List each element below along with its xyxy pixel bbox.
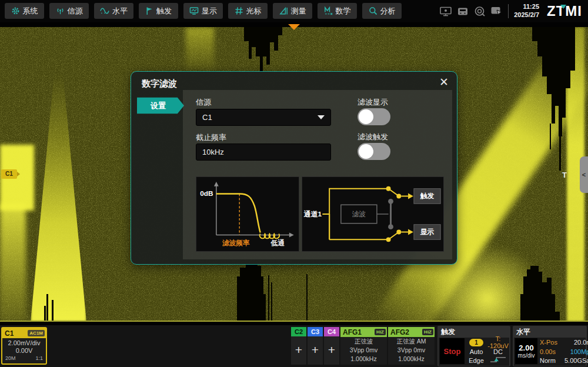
bottom-status-bar: C1 AC1M 2.00mV/div 0.00V 20M 1:1 C2 + C3… <box>0 325 588 367</box>
menu-button-horizontal[interactable]: 水平 <box>94 3 133 19</box>
db-label: 0dB <box>200 189 213 198</box>
afg2-header: AFG2 HiZ <box>388 327 435 337</box>
memory-points: 100Mpts <box>564 348 588 355</box>
xpos-value: 20.0ms <box>564 339 588 346</box>
side-panel-handle[interactable]: < <box>580 156 588 193</box>
touch-assist-icon[interactable] <box>474 6 485 16</box>
afg1-box[interactable]: AFG1 HiZ 正弦波 3Vpp 0mv 1.000kHz <box>340 327 387 365</box>
source-value: C1 <box>202 113 212 122</box>
edge-trigger-icon <box>489 356 507 363</box>
channel3-box[interactable]: C3 + <box>308 327 323 365</box>
horizontal-wave-icon <box>100 6 109 15</box>
afg1-impedance-badge: HiZ <box>375 329 386 335</box>
channel1-header: C1 AC1M <box>2 328 46 338</box>
channel1-bandwidth: 20M <box>5 355 16 361</box>
menu-button-analyze[interactable]: 分析 <box>362 3 402 19</box>
source-dropdown[interactable]: C1 <box>196 109 331 126</box>
horizontal-section-title: 水平 <box>513 326 587 338</box>
filter-trigger-label: 滤波触发 <box>358 132 388 142</box>
time-value: 11:25 <box>514 3 539 11</box>
xpos-label: X-Pos <box>539 339 564 346</box>
filter-response-graph: 0dB 滤波频率 低通 <box>196 176 299 252</box>
timebase-box[interactable]: 2.00 ms/div <box>515 338 537 364</box>
acquisition-state-box[interactable]: Stop <box>440 338 465 364</box>
close-icon[interactable]: ✕ <box>439 75 449 89</box>
trigger-section-body: Stop 1 T: -120uV Auto DC Edge <box>439 338 509 366</box>
afg2-frequency: 1.000kHz <box>388 355 435 363</box>
cursor-grid-icon <box>235 6 243 15</box>
channel1-box[interactable]: C1 AC1M 2.00mV/div 0.00V 20M 1:1 <box>1 327 47 365</box>
menu-label: 水平 <box>112 6 128 16</box>
menu-label: 显示 <box>202 6 217 16</box>
date-value: 2025/2/7 <box>514 11 539 19</box>
filter-display-label: 滤波显示 <box>358 97 388 108</box>
menu-label: 触发 <box>156 6 172 16</box>
afg2-amplitude: 3Vpp 0mv <box>388 346 435 355</box>
display-monitor-icon <box>189 6 199 15</box>
add-channel2-button[interactable]: + <box>291 336 306 363</box>
trigger-level-marker[interactable]: T <box>562 171 567 179</box>
menu-button-math[interactable]: 数学 <box>318 3 357 19</box>
add-channel3-button[interactable]: + <box>308 336 323 363</box>
afg1-waveform: 正弦波 <box>340 337 387 346</box>
trigger-position-marker-icon[interactable] <box>288 24 300 30</box>
gear-icon <box>11 6 20 15</box>
toggle-knob <box>359 109 373 124</box>
channel1-scale: 2.00mV/div <box>2 339 46 347</box>
top-menu-bar: 系统 信源 水平 触发 <box>0 0 588 22</box>
gesture-icon[interactable] <box>490 6 503 16</box>
cutoff-label: 截止频率 <box>196 132 226 143</box>
menu-button-display[interactable]: 显示 <box>183 3 223 19</box>
menu-button-trigger[interactable]: 触发 <box>139 3 178 19</box>
afg1-name: AFG1 <box>340 328 362 336</box>
menu-button-measure[interactable]: 测量 <box>273 3 312 19</box>
settings-panel: 信源 C1 截止频率 10kHz 滤波显示 滤波触发 0dB <box>183 90 452 259</box>
channel4-name: C4 <box>324 327 339 336</box>
timebase-scale: 2.00 <box>519 344 533 352</box>
lowpass-label: 低通 <box>270 239 285 247</box>
menu-label: 分析 <box>380 6 396 16</box>
status-divider <box>508 4 509 18</box>
filter-trigger-toggle[interactable] <box>358 143 390 160</box>
afg2-name: AFG2 <box>388 328 409 336</box>
menu-label: 数学 <box>336 6 351 16</box>
trigger-route-button[interactable]: 触发 <box>414 189 440 204</box>
afg1-header: AFG1 HiZ <box>340 327 387 337</box>
svg-text:触发: 触发 <box>420 192 435 200</box>
afg2-box[interactable]: AFG2 HiZ 正弦波 AM 3Vpp 0mv 1.000kHz <box>388 327 435 365</box>
storage-icon[interactable] <box>457 6 469 16</box>
acquire-mode: Norm <box>539 357 564 364</box>
channel1-coupling-badge: AC1M <box>28 330 45 336</box>
source-label: 信源 <box>196 97 211 108</box>
display-route-button[interactable]: 显示 <box>414 225 440 240</box>
horizontal-status-section[interactable]: 水平 2.00 ms/div X-Pos 20.0ms 0.00s 100Mpt… <box>513 326 587 366</box>
trigger-coupling: DC <box>487 348 509 355</box>
menu-button-source[interactable]: 信源 <box>49 3 89 19</box>
channel2-box[interactable]: C2 + <box>291 327 306 365</box>
dialog-title: 数字滤波 <box>142 78 177 89</box>
menu-label: 测量 <box>291 6 306 16</box>
channel1-level-marker[interactable]: C1 <box>1 169 17 179</box>
timebase-unit: ms/div <box>518 352 535 359</box>
menu-button-cursor[interactable]: 光标 <box>228 3 268 19</box>
afg2-impedance-badge: HiZ <box>422 329 433 335</box>
menu-button-system[interactable]: 系统 <box>5 3 44 19</box>
inactive-channels: C2 + C3 + C4 + <box>291 327 339 365</box>
add-channel4-button[interactable]: + <box>324 336 339 363</box>
channel4-box[interactable]: C4 + <box>324 327 339 365</box>
menu-label: 系统 <box>23 6 38 16</box>
cutoff-input[interactable]: 10kHz <box>196 144 331 161</box>
channel1-name: C1 <box>2 329 14 338</box>
edge-slope-cell <box>487 356 509 365</box>
filter-display-toggle[interactable] <box>358 108 390 125</box>
trigger-status-section[interactable]: 触发 Stop 1 T: -120uV Auto DC Edge <box>437 326 510 366</box>
screen-icon[interactable] <box>440 6 452 16</box>
trigger-flag-icon <box>145 6 153 15</box>
sample-rate: 5.00GSa/s <box>564 357 588 364</box>
analyze-search-icon <box>369 6 377 15</box>
channel1-footer: 20M 1:1 <box>2 355 46 361</box>
tab-settings[interactable]: 设置 <box>137 96 184 115</box>
trigger-source-badge: 1 <box>469 339 483 346</box>
digital-filter-dialog: 数字滤波 ✕ 设置 信源 C1 截止频率 10kHz 滤波显示 滤波触发 0dB <box>131 71 457 265</box>
afg2-waveform: 正弦波 AM <box>388 337 435 346</box>
